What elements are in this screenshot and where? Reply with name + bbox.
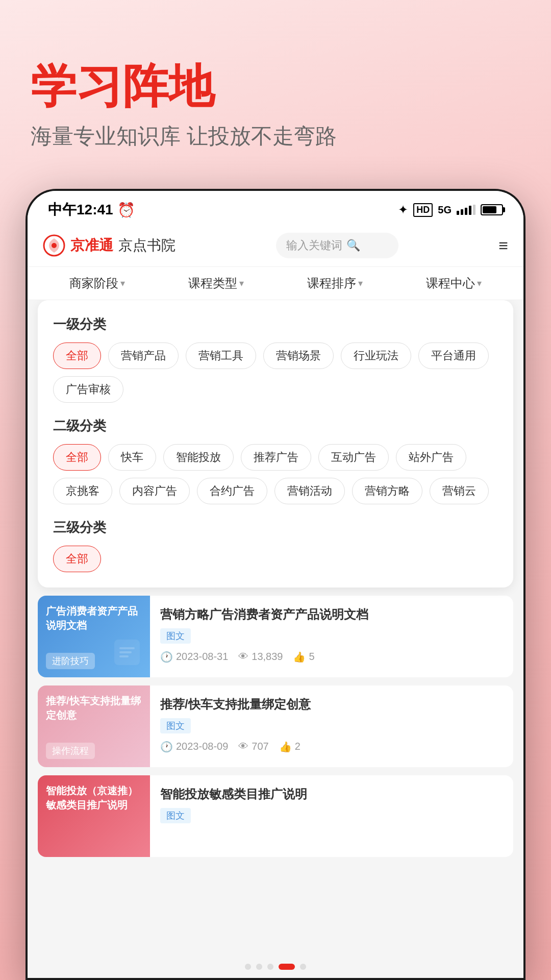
app-brand: 京准通 [70, 236, 113, 255]
clock-icon-2: 🕐 [160, 741, 173, 753]
clock-icon-1: 🕐 [160, 651, 173, 663]
signal-bars [457, 205, 475, 215]
thumb-badge-1: 进阶技巧 [46, 653, 95, 669]
search-icon: 🔍 [346, 239, 360, 252]
content-type-2: 图文 [160, 718, 191, 733]
battery-icon [481, 204, 503, 215]
app-subbrand: 京点书院 [118, 236, 176, 255]
dot-3 [267, 964, 273, 970]
nav-arrow-2: ▾ [358, 278, 363, 289]
svg-rect-4 [119, 651, 132, 653]
filter-tag-marketing-strategy[interactable]: 营销方略 [352, 478, 422, 504]
filter-tag-industry-play[interactable]: 行业玩法 [341, 342, 411, 369]
thumb-text-2: 推荐/快车支持批量绑定创意 [38, 685, 150, 730]
nav-item-course-type[interactable]: 课程类型 ▾ [188, 275, 244, 291]
like-icon-1: 👍 [293, 651, 306, 663]
content-info-2: 推荐/快车支持批量绑定创意 图文 🕐 2023-08-09 👁 707 [150, 685, 513, 767]
content-type-3: 图文 [160, 808, 191, 823]
filter-tag-all-l3[interactable]: 全部 [53, 546, 101, 572]
filter-section-level1: 一级分类 全部 营销产品 营销工具 营销场景 行业玩法 平台通用 广告审核 [53, 315, 498, 403]
meta-likes-2: 👍 2 [279, 741, 300, 753]
filter-tag-marketing-activity[interactable]: 营销活动 [274, 478, 345, 504]
content-list: 广告消费者资产产品说明文档 进阶技巧 营销方略广告消费者资产 [28, 587, 523, 955]
status-bar: 中午12:41 ⏰ ✦ HD 5G [28, 191, 523, 225]
dot-1 [245, 964, 251, 970]
filter-tag-marketing-scene[interactable]: 营销场景 [263, 342, 334, 369]
content-item-3[interactable]: 智能投放（京速推）敏感类目推广说明 智能投放敏感类目推广说明 图文 [38, 775, 513, 857]
content-info-3: 智能投放敏感类目推广说明 图文 [150, 775, 513, 857]
filter-tag-smart-ad[interactable]: 智能投放 [163, 444, 234, 471]
filter-tag-platform-general[interactable]: 平台通用 [418, 342, 489, 369]
category-nav: 商家阶段 ▾ 课程类型 ▾ 课程排序 ▾ 课程中心 ▾ [28, 267, 523, 300]
svg-rect-3 [119, 647, 135, 649]
page-header: 学习阵地 海量专业知识库 让投放不走弯路 [0, 0, 551, 171]
eye-icon-1: 👁 [238, 651, 248, 663]
filter-panel: 一级分类 全部 营销产品 营销工具 营销场景 行业玩法 平台通用 广告审核 二级… [38, 300, 513, 587]
menu-icon[interactable]: ≡ [498, 236, 508, 255]
search-box[interactable]: 输入关键词 🔍 [276, 233, 398, 258]
meta-date-1: 🕐 2023-08-31 [160, 651, 228, 663]
filter-tags-level2: 全部 快车 智能投放 推荐广告 互动广告 站外广告 京挑客 内容广告 合约广告 … [53, 444, 498, 504]
meta-likes-1: 👍 5 [293, 651, 314, 663]
phone-inner: 中午12:41 ⏰ ✦ HD 5G [28, 191, 523, 978]
nav-item-merchant-stage[interactable]: 商家阶段 ▾ [69, 275, 125, 291]
content-info-1: 营销方略广告消费者资产产品说明文档 图文 🕐 2023-08-31 👁 13,8… [150, 596, 513, 677]
filter-tags-level3: 全部 [53, 546, 498, 572]
filter-tag-ad-review[interactable]: 广告审核 [53, 376, 123, 403]
dot-5 [300, 964, 306, 970]
meta-views-1: 👁 13,839 [238, 651, 283, 663]
nav-arrow-1: ▾ [239, 278, 244, 289]
filter-tag-marketing-cloud[interactable]: 营销云 [430, 478, 489, 504]
filter-tag-contract-ad[interactable]: 合约广告 [197, 478, 267, 504]
content-title-3: 智能投放敏感类目推广说明 [160, 786, 503, 803]
main-content: 一级分类 全部 营销产品 营销工具 营销场景 行业玩法 平台通用 广告审核 二级… [28, 300, 523, 978]
bottom-dots [28, 955, 523, 978]
content-meta-1: 🕐 2023-08-31 👁 13,839 👍 5 [160, 651, 503, 663]
bluetooth-icon: ✦ [398, 203, 408, 217]
nav-item-course-sort[interactable]: 课程排序 ▾ [307, 275, 363, 291]
app-navbar: 京准通 京点书院 输入关键词 🔍 ≡ [28, 225, 523, 267]
filter-tag-express[interactable]: 快车 [108, 444, 156, 471]
content-type-1: 图文 [160, 628, 191, 644]
status-icons: ✦ HD 5G [398, 203, 503, 217]
filter-section-level2: 二级分类 全部 快车 智能投放 推荐广告 互动广告 站外广告 京挑客 内容广告 … [53, 417, 498, 504]
filter-tag-offsite-ad[interactable]: 站外广告 [396, 444, 466, 471]
filter-tag-interactive-ad[interactable]: 互动广告 [318, 444, 389, 471]
dot-4-active [279, 964, 295, 970]
network-label: 5G [438, 204, 452, 216]
logo-icon [43, 234, 65, 257]
content-title-1: 营销方略广告消费者资产产品说明文档 [160, 606, 503, 623]
filter-title-level1: 一级分类 [53, 315, 498, 333]
filter-tag-content-ad[interactable]: 内容广告 [119, 478, 190, 504]
content-meta-2: 🕐 2023-08-09 👁 707 👍 2 [160, 741, 503, 753]
like-icon-2: 👍 [279, 741, 292, 753]
filter-tag-all-l2[interactable]: 全部 [53, 444, 101, 471]
content-thumb-3: 智能投放（京速推）敏感类目推广说明 [38, 775, 150, 857]
meta-views-2: 👁 707 [238, 741, 268, 753]
thumb-badge-2: 操作流程 [46, 743, 95, 759]
filter-tag-marketing-tool[interactable]: 营销工具 [186, 342, 256, 369]
alarm-icon: ⏰ [117, 202, 135, 218]
nav-arrow-3: ▾ [477, 278, 482, 289]
filter-tag-recommended-ad[interactable]: 推荐广告 [241, 444, 311, 471]
filter-tag-jingtiaoketang[interactable]: 京挑客 [53, 478, 112, 504]
filter-tags-level1: 全部 营销产品 营销工具 营销场景 行业玩法 平台通用 广告审核 [53, 342, 498, 403]
search-placeholder-text: 输入关键词 [286, 238, 342, 253]
status-time: 中午12:41 ⏰ [48, 200, 135, 219]
page-subtitle: 海量专业知识库 让投放不走弯路 [31, 122, 520, 151]
thumb-text-1: 广告消费者资产产品说明文档 [38, 596, 150, 641]
nav-arrow-0: ▾ [120, 278, 125, 289]
phone-mockup: 中午12:41 ⏰ ✦ HD 5G [26, 189, 525, 980]
nav-item-course-center[interactable]: 课程中心 ▾ [426, 275, 482, 291]
content-item-2[interactable]: 推荐/快车支持批量绑定创意 操作流程 推荐/快车支持批量绑定创意 图文 🕐 20… [38, 685, 513, 767]
hd-label: HD [413, 203, 433, 217]
app-logo: 京准通 京点书院 [43, 234, 176, 257]
filter-tag-marketing-product[interactable]: 营销产品 [108, 342, 179, 369]
content-title-2: 推荐/快车支持批量绑定创意 [160, 696, 503, 713]
content-item-1[interactable]: 广告消费者资产产品说明文档 进阶技巧 营销方略广告消费者资产 [38, 596, 513, 677]
eye-icon-2: 👁 [238, 741, 248, 752]
filter-tag-all-l1[interactable]: 全部 [53, 342, 101, 369]
content-thumb-1: 广告消费者资产产品说明文档 进阶技巧 [38, 596, 150, 677]
filter-section-level3: 三级分类 全部 [53, 519, 498, 572]
svg-point-1 [52, 243, 57, 248]
